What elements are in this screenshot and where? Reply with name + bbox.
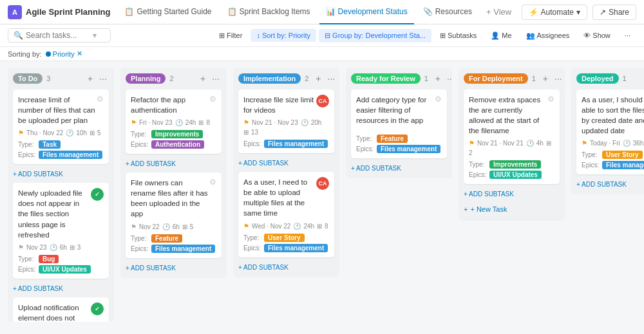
type-badge: Feature [377,135,408,143]
card-title: Newly uploaded file does not appear in t… [18,188,91,239]
card-settings-icon[interactable]: ⚙ [209,178,216,187]
column-more-deployment[interactable]: ··· [553,73,564,84]
me-button[interactable]: 👤 Me [485,29,517,42]
epics-badge: Files management [602,161,644,169]
search-box[interactable]: 🔍 ▾ [8,28,111,42]
card-meta: ⚑ Nov 23 🕐 6h ⊞ 3 [18,244,104,251]
close-icon[interactable]: ✕ [77,50,82,58]
card-tags: Type: User Story Epics: Files management [243,234,329,252]
card-subtasks: 3 [77,244,81,251]
more-button[interactable]: ··· [619,29,636,42]
epics-row: Epics: Files management [18,151,104,159]
add-subtask-review-1[interactable]: + ADD SUBTASK [351,163,447,173]
add-subtask-impl-1[interactable]: + ADD SUBTASK [238,158,334,168]
new-task-button[interactable]: + + New Task [464,203,560,216]
column-count-deployment: 1 [532,75,536,82]
priority-dot [46,51,51,57]
column-header-deployment: For Deployment 1 + ··· [464,73,560,84]
column-actions-implementation: + ··· [312,73,337,84]
flag-icon: ⚑ [582,140,587,147]
card-settings-icon[interactable]: ⚙ [209,95,216,104]
column-count-planning: 2 [169,75,173,82]
column-count-implementation: 2 [305,75,308,82]
card-title: Refactor the app authentication [131,95,209,115]
card-meta: ⚑ Fri · Nov 23 🕐 24h ⊞ 8 [131,119,216,126]
card-tags: Epics: Files management [243,140,329,148]
card-tags: Type: Improvements Epics: UI/UX Updates [469,160,554,179]
column-add-review[interactable]: + [432,73,444,84]
tab-icon: 📎 [423,7,433,16]
card-review-1[interactable]: Add category type for easier filtering o… [351,89,447,158]
column-add-planning[interactable]: + [197,73,209,84]
card-planning-1[interactable]: Refactor the app authentication ⚙ ⚑ Fri … [126,89,222,154]
column-header-todo: To Do 3 + ··· [13,73,109,84]
plus-icon: + [464,205,468,213]
column-more-implementation[interactable]: ··· [325,73,337,84]
add-subtask-deployment-1[interactable]: + ADD SUBTASK [464,189,560,199]
epics-row: Epics: Files management [131,245,216,253]
column-actions-todo: + ··· [84,73,109,84]
card-deployed-1[interactable]: As a user, I should be able to sort the … [576,89,644,174]
tab-resources[interactable]: 📎 Resources [417,0,478,24]
card-hours: 6h [60,244,67,251]
card-settings-icon[interactable]: ⚙ [97,95,104,104]
tab-sprint-backlog[interactable]: 📋 Sprint Backlog Items [221,0,317,24]
type-badge: User Story [602,151,643,159]
card-todo-1[interactable]: Increase limit of number of files that c… [13,89,109,164]
column-add-implementation[interactable]: + [312,73,324,84]
card-impl-2[interactable]: As a user, I need to be able to upload m… [238,172,334,257]
add-view-button[interactable]: + View [484,5,514,19]
card-date: Nov 23 [26,244,47,251]
column-more-todo[interactable]: ··· [97,73,109,84]
share-button[interactable]: ↗ Share [592,5,636,20]
add-subtask-impl-2[interactable]: + ADD SUBTASK [238,263,334,272]
add-subtask-deployed-1[interactable]: + ADD SUBTASK [576,180,644,189]
column-add-todo[interactable]: + [84,73,96,84]
column-badge-planning: Planning [126,73,166,84]
card-hours: 20h [311,119,322,126]
card-subtasks: 5 [190,223,194,230]
type-row: Type: Task [18,140,104,149]
tab-getting-started[interactable]: 📋 Getting Started Guide [118,0,218,24]
add-subtask-todo-1[interactable]: + ADD SUBTASK [13,169,109,179]
subtask-icon: ⊞ [90,129,95,136]
column-badge-deployed: Deployed [576,73,619,84]
sort-icon: ↕ [256,32,260,39]
type-badge: Task [39,140,61,149]
search-input[interactable] [26,31,90,40]
card-date: Wed · Nov 22 [252,223,290,230]
subtasks-button[interactable]: ⊞ Subtasks [434,29,482,42]
column-count-deployed: 1 [623,75,627,82]
card-title: Remove extra spaces the are currently al… [469,95,547,136]
assignees-button[interactable]: 👥 Assignees [520,29,576,42]
show-button[interactable]: 👁 Show [578,29,616,42]
filter-button[interactable]: ⊞ Filter [213,29,248,42]
column-more-planning[interactable]: ··· [210,73,222,84]
clock-icon: 🕐 [623,140,630,147]
automate-button[interactable]: ⚡ Automate ▾ [522,5,587,20]
card-settings-icon[interactable]: ⚙ [547,95,554,104]
column-more-review[interactable]: ··· [445,73,452,84]
card-deployment-1[interactable]: Remove extra spaces the are currently al… [464,89,560,184]
card-planning-2[interactable]: File owners can rename files after it ha… [126,172,222,257]
card-impl-1[interactable]: Increase file size limit for videos CA ⚑… [238,89,334,153]
subtask-icon: ⊞ [440,32,446,40]
add-subtask-planning-1[interactable]: + ADD SUBTASK [126,159,222,169]
sort-button[interactable]: ↕ Sort by: Priority [251,29,316,42]
group-button[interactable]: ⊟ Group by: Development Sta... [319,29,431,42]
tab-development-status[interactable]: 📊 Development Status [319,0,414,24]
card-subtasks: 8 [206,119,210,126]
card-todo-2[interactable]: Newly uploaded file does not appear in t… [13,183,109,278]
column-badge-implementation: Implementation [238,73,301,84]
card-tags: Type: Task Epics: Files management [18,140,104,159]
subtask-icon: ⊞ [198,119,204,126]
card-settings-icon[interactable]: ⚙ [435,95,442,104]
clock-icon: 🕐 [301,119,308,126]
kanban-board: To Do 3 + ··· Increase limit of number o… [0,61,644,328]
add-subtask-todo-2[interactable]: + ADD SUBTASK [13,284,109,293]
column-header-deployed: Deployed 1 + ··· [576,73,644,84]
add-subtask-planning-2[interactable]: + ADD SUBTASK [126,263,222,273]
group-icon: ⊟ [325,32,330,40]
column-add-deployment[interactable]: + [540,73,551,84]
card-todo-3[interactable]: Upload notification element does not clo… [13,297,109,322]
